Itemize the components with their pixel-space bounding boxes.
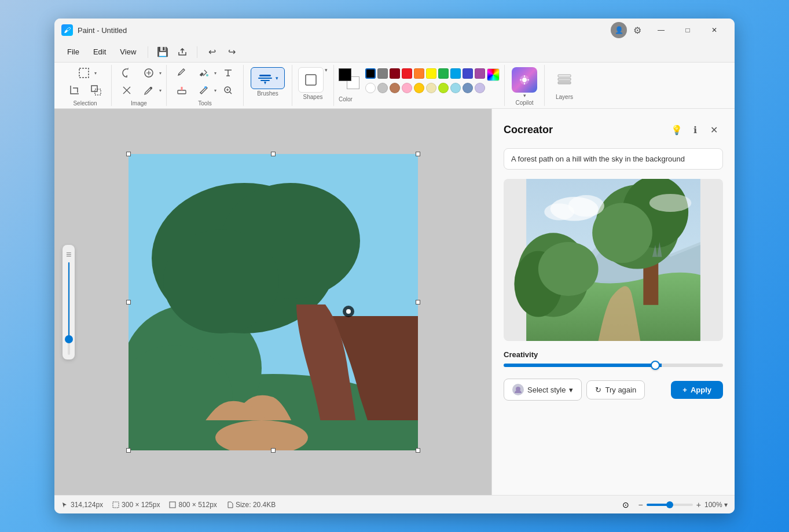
screenshot-button[interactable]: ⊙: [622, 500, 629, 509]
color-darkred[interactable]: [390, 68, 400, 79]
color-gray[interactable]: [377, 68, 388, 79]
toolbar-shapes-group: ▾ Shapes: [292, 65, 334, 106]
svg-rect-6: [178, 90, 186, 94]
color-pink-circle[interactable]: [402, 83, 412, 93]
image-tool-rotate[interactable]: [116, 64, 137, 82]
svg-point-32: [592, 203, 652, 263]
image-tool-flip[interactable]: [116, 82, 137, 99]
shapes-dropdown-arrow[interactable]: ▾: [325, 67, 328, 93]
selection-dropdown-arrow[interactable]: ▾: [94, 71, 97, 76]
color-purple[interactable]: [475, 68, 485, 79]
color-skyblue-circle[interactable]: [450, 83, 461, 93]
zoom-tool[interactable]: [218, 82, 238, 99]
vertical-zoom-track[interactable]: [68, 262, 70, 355]
color-red[interactable]: [402, 68, 412, 79]
color-lime-circle[interactable]: [438, 83, 449, 93]
settings-button[interactable]: ⚙: [629, 22, 645, 38]
zoom-dropdown-arrow[interactable]: ▾: [724, 501, 728, 509]
canvas-svg[interactable]: [129, 154, 418, 450]
text-tool[interactable]: [218, 64, 238, 82]
menu-view[interactable]: View: [114, 45, 142, 58]
color-orange[interactable]: [414, 68, 424, 79]
toolbar-image-group: ▾ ▾ I: [112, 65, 167, 106]
creativity-thumb[interactable]: [651, 361, 660, 370]
save-button[interactable]: 💾: [154, 44, 171, 60]
file-size-icon: [226, 501, 233, 508]
image-tool-color-picker[interactable]: [138, 82, 159, 99]
cocreator-close-button[interactable]: ✕: [704, 120, 723, 139]
resize-tool-button[interactable]: [86, 82, 107, 99]
status-bar: 314,124px 300 × 125px 800 × 512px Size: …: [54, 495, 735, 513]
select-style-button[interactable]: Select style ▾: [504, 379, 582, 401]
primary-color-swatch[interactable]: [339, 68, 351, 81]
color-gold-circle[interactable]: [414, 83, 424, 93]
zoom-controls: − + 100% ▾: [638, 500, 728, 509]
generated-image-container: [504, 179, 723, 341]
close-button[interactable]: ✕: [701, 21, 728, 39]
color-yellow[interactable]: [426, 68, 436, 79]
color-blue[interactable]: [450, 68, 461, 79]
fill-tool[interactable]: [193, 64, 214, 82]
color-lightgray-circle[interactable]: [377, 83, 388, 93]
zoom-out-button[interactable]: −: [638, 500, 643, 509]
menu-file[interactable]: File: [61, 45, 85, 58]
creativity-slider[interactable]: [504, 364, 723, 367]
profile-button[interactable]: 👤: [611, 22, 627, 38]
cursor-pos-label: 314,124px: [71, 501, 103, 509]
color-green[interactable]: [438, 68, 449, 79]
colorpicker-dropdown-arrow[interactable]: ▾: [214, 88, 216, 93]
color-brown-circle[interactable]: [390, 83, 400, 93]
crop-tool-button[interactable]: [64, 82, 85, 99]
minimize-button[interactable]: —: [648, 21, 674, 39]
apply-button[interactable]: + Apply: [671, 381, 723, 399]
zoom-in-button[interactable]: +: [696, 500, 701, 509]
image-dropdown-arrow[interactable]: ▾: [159, 71, 162, 76]
try-again-icon: ↻: [595, 386, 601, 394]
pencil-tool[interactable]: [171, 64, 192, 82]
redo-button[interactable]: ↪: [223, 44, 240, 60]
svg-rect-16: [558, 75, 571, 77]
eraser-tool[interactable]: [171, 82, 192, 99]
cocreator-info-button[interactable]: ℹ: [686, 120, 704, 139]
color-lavender-circle[interactable]: [475, 83, 485, 93]
vertical-zoom-thumb[interactable]: [65, 335, 73, 343]
selection-tool-button[interactable]: [74, 64, 94, 82]
menu-edit[interactable]: Edit: [87, 45, 112, 58]
copilot-dropdown-arrow: ▾: [523, 93, 526, 98]
layers-button[interactable]: [552, 65, 577, 93]
color-tan-circle[interactable]: [426, 83, 436, 93]
image-tool-effects[interactable]: [138, 64, 159, 82]
svg-point-39: [649, 194, 692, 212]
zoom-thumb[interactable]: [666, 501, 673, 508]
color-label: Color: [339, 96, 500, 102]
svg-point-5: [206, 74, 208, 76]
image-dropdown-arrow2[interactable]: ▾: [159, 88, 162, 93]
share-button[interactable]: [174, 44, 191, 60]
menu-divider-1: [148, 46, 148, 58]
selection-size-icon: [112, 501, 119, 508]
fill-dropdown-arrow[interactable]: ▾: [214, 71, 216, 76]
color-picker-tool[interactable]: [193, 82, 214, 99]
color-steelblue-circle[interactable]: [463, 83, 473, 93]
main-area: ≡: [54, 109, 735, 495]
title-bar: 🖌 Paint - Untitled 👤 ⚙ — □ ✕: [54, 19, 735, 42]
prompt-input[interactable]: [504, 148, 723, 170]
canvas-area[interactable]: ≡: [54, 109, 491, 495]
select-style-label: Select style: [527, 386, 566, 394]
copilot-button[interactable]: ▾: [512, 65, 537, 98]
color-darkblue[interactable]: [463, 68, 473, 79]
selection-label: Selection: [73, 100, 97, 107]
try-again-button[interactable]: ↻ Try again: [586, 380, 645, 399]
color-black[interactable]: [365, 68, 376, 79]
cocreator-lightbulb-button[interactable]: 💡: [667, 120, 686, 139]
color-wheel[interactable]: [487, 68, 500, 81]
zoom-track[interactable]: [647, 504, 693, 506]
color-white-circle[interactable]: [365, 83, 376, 93]
undo-button[interactable]: ↩: [203, 44, 221, 60]
main-window: 🖌 Paint - Untitled 👤 ⚙ — □ ✕ File Edit V…: [54, 19, 735, 513]
selection-size-label: 300 × 125px: [122, 501, 160, 509]
svg-rect-14: [558, 82, 571, 84]
shapes-button[interactable]: [298, 67, 324, 93]
brushes-button[interactable]: ▾: [251, 67, 285, 89]
maximize-button[interactable]: □: [674, 21, 701, 39]
